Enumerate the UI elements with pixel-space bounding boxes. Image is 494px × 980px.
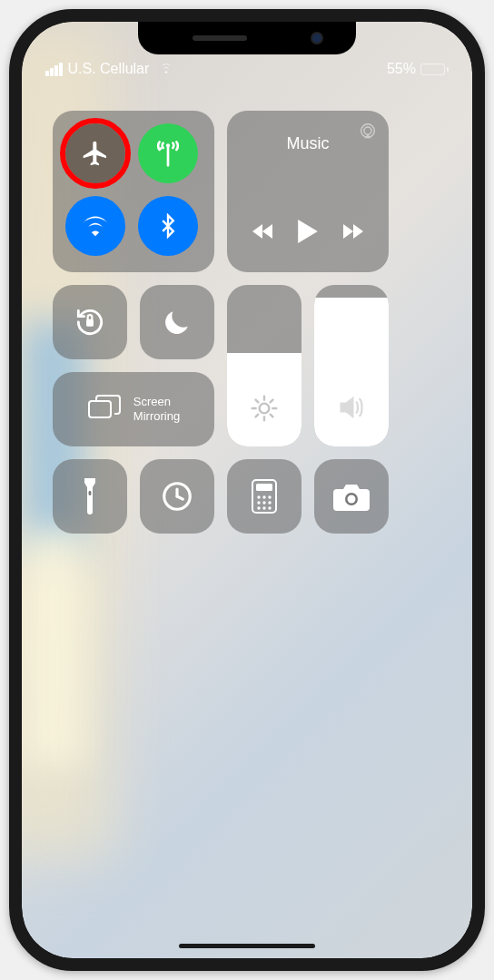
svg-rect-4 xyxy=(86,319,94,327)
moon-icon xyxy=(162,307,193,338)
notch xyxy=(138,22,356,54)
status-left: U.S. Cellular xyxy=(45,61,174,77)
do-not-disturb-toggle[interactable] xyxy=(140,285,214,359)
svg-line-12 xyxy=(271,415,273,417)
airplay-icon[interactable] xyxy=(358,122,378,145)
media-controls xyxy=(252,220,363,247)
battery-pct-label: 55% xyxy=(387,61,416,77)
speaker-grille xyxy=(193,35,247,41)
row-1: Music xyxy=(53,111,441,272)
play-button[interactable] xyxy=(298,220,318,247)
svg-line-11 xyxy=(256,400,259,403)
volume-slider[interactable] xyxy=(314,285,389,446)
svg-point-26 xyxy=(268,501,271,504)
svg-point-29 xyxy=(268,506,271,509)
timer-icon xyxy=(160,479,194,514)
status-right: 55% xyxy=(387,61,449,77)
screen: U.S. Cellular 55% xyxy=(22,22,472,958)
row-3 xyxy=(53,459,441,534)
screen-mirroring-icon xyxy=(87,394,122,425)
svg-point-31 xyxy=(348,495,356,504)
next-track-button[interactable] xyxy=(341,222,363,244)
svg-point-27 xyxy=(257,506,260,509)
wifi-icon xyxy=(158,61,174,77)
flashlight-button[interactable] xyxy=(53,459,127,534)
svg-point-1 xyxy=(166,143,170,147)
calculator-button[interactable] xyxy=(227,459,301,534)
svg-line-13 xyxy=(256,415,259,417)
orientation-lock-icon xyxy=(73,305,107,339)
bluetooth-icon xyxy=(155,213,181,239)
signal-bars-icon xyxy=(45,63,63,76)
home-indicator[interactable] xyxy=(179,944,315,948)
camera-button[interactable] xyxy=(314,459,389,534)
svg-line-18 xyxy=(177,496,183,499)
svg-rect-15 xyxy=(89,491,92,495)
svg-rect-20 xyxy=(256,484,272,491)
bluetooth-toggle[interactable] xyxy=(138,196,198,256)
wifi-toggle[interactable] xyxy=(65,196,125,256)
media-module[interactable]: Music xyxy=(227,111,389,272)
svg-point-25 xyxy=(262,501,265,504)
cellular-data-toggle[interactable] xyxy=(138,123,198,183)
svg-line-14 xyxy=(271,400,273,403)
svg-point-21 xyxy=(257,495,260,498)
control-center: Music xyxy=(22,83,472,534)
screen-mirroring-button[interactable]: Screen Mirroring xyxy=(53,372,214,446)
media-title: Music xyxy=(286,134,329,153)
cellular-icon xyxy=(153,139,183,168)
airplane-mode-toggle[interactable] xyxy=(65,123,125,183)
carrier-label: U.S. Cellular xyxy=(68,61,150,77)
svg-point-6 xyxy=(260,404,270,414)
volume-icon xyxy=(336,392,367,426)
timer-button[interactable] xyxy=(140,459,214,534)
screen-mirroring-label: Screen Mirroring xyxy=(133,395,180,425)
wifi-icon xyxy=(80,211,111,241)
svg-point-22 xyxy=(262,495,265,498)
calculator-icon xyxy=(252,479,277,514)
battery-icon xyxy=(420,64,449,75)
svg-point-3 xyxy=(364,127,371,134)
front-camera xyxy=(311,32,323,44)
camera-icon xyxy=(333,482,370,511)
svg-rect-5 xyxy=(89,401,111,417)
orientation-lock-toggle[interactable] xyxy=(53,285,127,359)
svg-point-28 xyxy=(262,506,265,509)
brightness-slider[interactable] xyxy=(227,285,301,446)
brightness-icon xyxy=(250,394,279,426)
flashlight-icon xyxy=(82,478,98,514)
svg-point-23 xyxy=(268,495,271,498)
row-2: Screen Mirroring xyxy=(53,285,441,446)
connectivity-module[interactable] xyxy=(53,111,214,272)
previous-track-button[interactable] xyxy=(252,222,274,244)
airplane-icon xyxy=(81,139,110,168)
svg-point-24 xyxy=(257,501,260,504)
device-frame: U.S. Cellular 55% xyxy=(9,9,485,971)
